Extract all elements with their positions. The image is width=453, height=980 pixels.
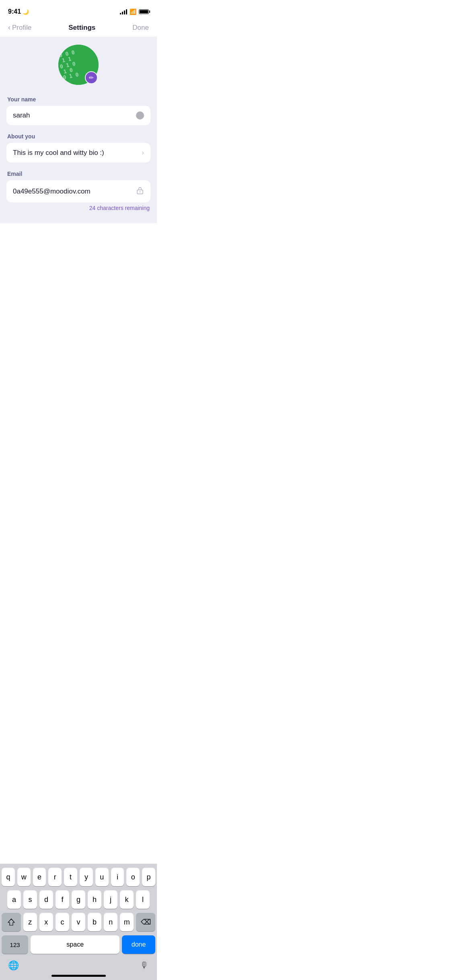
name-input-container [6,106,150,125]
back-label: Profile [12,24,31,32]
chevron-left-icon: ‹ [8,23,10,32]
email-field-row[interactable]: 0a49e555@moodiov.com [6,180,150,202]
status-time: 9:41 [8,8,21,15]
done-nav-button[interactable]: Done [132,24,149,32]
name-field-group: Your name [6,96,150,125]
name-input[interactable] [13,111,136,119]
moon-icon: 🌙 [23,9,29,15]
chevron-right-icon: › [142,148,144,157]
lock-icon [136,186,144,197]
signal-bars-icon [120,9,127,14]
avatar-edit-button[interactable]: ✏ [85,71,98,84]
back-button[interactable]: ‹ Profile [8,23,31,32]
avatar-section: 0 0 0 1 1 0 1 0 1 0 0 1 0 ✏ [6,45,150,85]
name-label: Your name [6,96,150,103]
about-field-row[interactable]: This is my cool and witty bio :) › [6,143,150,163]
email-label: Email [6,171,150,177]
settings-content: 0 0 0 1 1 0 1 0 1 0 0 1 0 ✏ Your name [0,37,157,223]
page-title: Settings [68,24,95,32]
nav-bar: ‹ Profile Settings Done [0,20,157,37]
chars-remaining: 24 characters remaining [6,205,150,211]
clear-name-button[interactable] [136,111,144,119]
wifi-icon: 📶 [130,8,136,15]
about-value: This is my cool and witty bio :) [13,149,104,157]
about-field-group: About you This is my cool and witty bio … [6,133,150,163]
status-bar: 9:41 🌙 📶 [0,0,157,20]
status-icons: 📶 [120,8,149,15]
avatar-wrapper: 0 0 0 1 1 0 1 0 1 0 0 1 0 ✏ [58,45,99,85]
email-value: 0a49e555@moodiov.com [13,187,91,196]
about-label: About you [6,133,150,140]
battery-icon [139,9,149,14]
email-field-group: Email 0a49e555@moodiov.com 24 characters… [6,171,150,211]
pencil-icon: ✏ [89,74,94,81]
svg-point-7 [140,191,140,192]
